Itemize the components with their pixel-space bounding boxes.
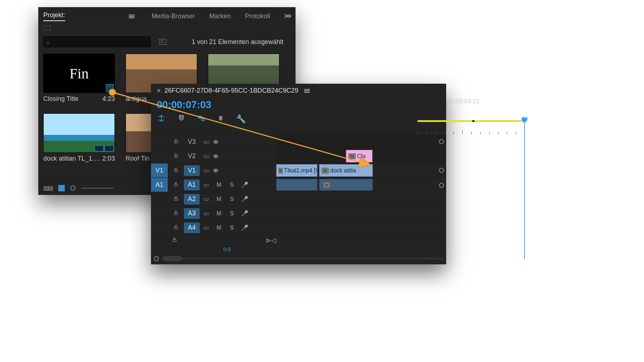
- source-patch-a1[interactable]: A1: [151, 178, 168, 192]
- track-target-a2[interactable]: A2: [184, 194, 200, 205]
- lock-icon[interactable]: [168, 224, 184, 231]
- lock-icon[interactable]: [168, 195, 184, 203]
- zoom-out-knob[interactable]: [154, 256, 159, 261]
- lock-icon[interactable]: [167, 236, 182, 244]
- track-a1-lane[interactable]: fx: [276, 177, 446, 192]
- track-header-a3[interactable]: A3 ▭ M S 🎤: [151, 206, 276, 220]
- track-a3-lane[interactable]: [276, 206, 446, 220]
- list-view-icon[interactable]: ▧▤: [43, 185, 53, 191]
- panel-menu-icon[interactable]: [129, 14, 135, 19]
- panel-menu-icon[interactable]: [304, 88, 310, 93]
- tracks-area: V3 ▭ V2 ▭ V1: [151, 134, 446, 251]
- clip-audio-1[interactable]: [276, 179, 317, 191]
- tab-project[interactable]: Projekt:: [43, 11, 65, 21]
- tab-media-browser[interactable]: Media-Browser: [152, 13, 195, 20]
- track-header-a1[interactable]: A1 A1 ▭ M S 🎤: [151, 177, 276, 192]
- insert-mode-icon[interactable]: [157, 114, 165, 124]
- clip-dock[interactable]: fx dock atitla: [319, 164, 373, 177]
- mute-button[interactable]: M: [213, 182, 225, 188]
- lock-icon[interactable]: [168, 152, 184, 160]
- zoom-slider-knob[interactable]: [70, 186, 75, 191]
- track-content[interactable]: fx Clo fx TIkal1.mp4 [V] fx dock atitla: [276, 134, 446, 251]
- eye-icon[interactable]: [213, 154, 225, 159]
- bin-up-row[interactable]: [38, 23, 296, 34]
- title-preview-text: Fin: [69, 65, 88, 82]
- mute-button[interactable]: M: [213, 210, 225, 217]
- overflow-icon[interactable]: >>: [284, 13, 291, 20]
- timeline-panel: × 26FC6607-27D8-4F65-95CC-1BDCB24C9C29 0…: [151, 84, 446, 264]
- track-output-icon[interactable]: ▭: [200, 181, 213, 188]
- clip-closing-title[interactable]: fx Clo: [346, 150, 372, 162]
- search-bin-icon[interactable]: [159, 39, 166, 45]
- scroll-track[interactable]: [162, 258, 443, 259]
- icon-view-icon[interactable]: [58, 185, 65, 191]
- track-header-v3[interactable]: V3 ▭: [151, 134, 276, 149]
- clip-audio-2[interactable]: fx: [319, 179, 373, 191]
- track-v2-lane[interactable]: fx Clo: [276, 149, 446, 163]
- track-label[interactable]: V2: [184, 151, 200, 162]
- keyframe-circle-icon: [439, 183, 444, 188]
- voiceover-icon[interactable]: 🎤: [238, 210, 251, 217]
- snap-icon[interactable]: [177, 114, 185, 124]
- bin-item-dock[interactable]: dock atitlan TL_1.… 2:03: [43, 113, 115, 162]
- scroll-thumb[interactable]: [162, 256, 182, 261]
- close-icon[interactable]: ×: [157, 87, 161, 95]
- track-output-icon[interactable]: ▭: [200, 153, 213, 160]
- track-label[interactable]: V3: [184, 137, 200, 147]
- solo-button[interactable]: S: [225, 196, 238, 202]
- solo-button[interactable]: S: [225, 182, 238, 188]
- source-patch-v1[interactable]: V1: [151, 163, 168, 177]
- playhead[interactable]: [524, 119, 525, 259]
- track-output-icon[interactable]: ▭: [200, 138, 213, 145]
- voiceover-icon[interactable]: 🎤: [238, 181, 251, 188]
- track-output-icon[interactable]: ▭: [200, 210, 213, 217]
- track-a2-lane[interactable]: [276, 192, 446, 206]
- track-v3-lane[interactable]: [276, 134, 446, 149]
- tab-history[interactable]: Protokoll: [245, 13, 270, 20]
- bin-item-closing-title[interactable]: Fin Closing Title 4:23: [43, 54, 115, 103]
- search-box[interactable]: ⌕: [43, 36, 151, 47]
- track-header-v1[interactable]: V1 V1 ▭: [151, 163, 276, 177]
- track-extra-lane[interactable]: [276, 235, 446, 249]
- track-target-a1[interactable]: A1: [184, 180, 200, 190]
- track-target-a4[interactable]: A4: [184, 222, 200, 233]
- eye-icon[interactable]: [213, 168, 225, 173]
- linked-selection-icon[interactable]: [197, 114, 205, 124]
- track-a4-lane[interactable]: [276, 220, 446, 235]
- channel-config-icon[interactable]: ⊳◁: [266, 236, 276, 244]
- work-area-bar[interactable]: [418, 120, 524, 122]
- track-output-icon[interactable]: ▭: [200, 224, 213, 231]
- track-header-extra[interactable]: ⊳◁: [151, 235, 276, 245]
- voiceover-icon[interactable]: 🎤: [238, 224, 251, 231]
- mute-button[interactable]: M: [213, 225, 225, 231]
- zoom-slider-track[interactable]: [81, 188, 113, 189]
- settings-icon[interactable]: 🔧: [236, 114, 246, 124]
- clip-tikal[interactable]: fx TIkal1.mp4 [V]: [276, 164, 317, 177]
- timeline-zoom-scroll[interactable]: [154, 256, 443, 261]
- track-header-a4[interactable]: A4 ▭ M S 🎤: [151, 220, 276, 235]
- svg-rect-4: [175, 155, 177, 157]
- search-input[interactable]: [50, 38, 147, 46]
- keyframe-circle-icon: [439, 139, 444, 144]
- lock-icon[interactable]: [168, 167, 184, 174]
- eye-icon[interactable]: [213, 140, 225, 145]
- track-output-icon[interactable]: ▭: [200, 167, 213, 174]
- fx-badge-icon: fx: [279, 168, 283, 173]
- track-target-a3[interactable]: A3: [184, 208, 200, 219]
- track-target-v1[interactable]: V1: [184, 165, 200, 176]
- solo-button[interactable]: S: [225, 210, 238, 217]
- audio-time-units[interactable]: 0.0: [223, 246, 231, 252]
- track-v1-lane[interactable]: fx TIkal1.mp4 [V] fx dock atitla: [276, 163, 446, 177]
- tab-markers[interactable]: Marken: [209, 13, 231, 20]
- mute-button[interactable]: M: [213, 196, 225, 202]
- marker-icon[interactable]: [218, 114, 224, 124]
- lock-icon[interactable]: [168, 181, 184, 189]
- lock-icon[interactable]: [168, 210, 184, 217]
- solo-button[interactable]: S: [225, 225, 238, 231]
- track-header-v2[interactable]: V2 ▭: [151, 149, 276, 163]
- track-output-icon[interactable]: ▭: [200, 196, 213, 202]
- ruler-ticks[interactable]: [276, 130, 446, 134]
- voiceover-icon[interactable]: 🎤: [238, 196, 251, 202]
- lock-icon[interactable]: [168, 138, 184, 146]
- track-header-a2[interactable]: A2 ▭ M S 🎤: [151, 192, 276, 206]
